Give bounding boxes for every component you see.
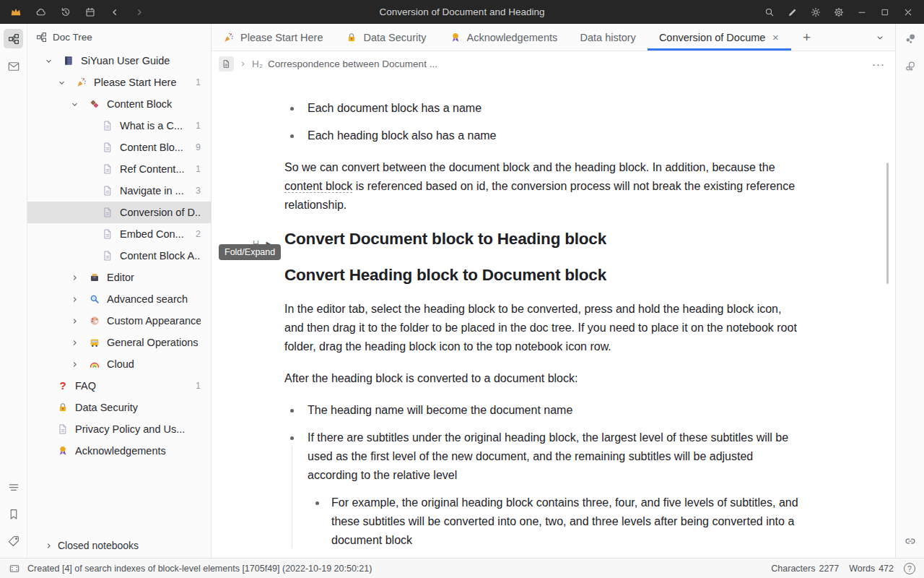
data-history-icon[interactable] [60,7,71,18]
graph-view-icon[interactable] [900,29,920,48]
tab-acknowledgements[interactable]: Acknowledgements [438,24,569,51]
tree-item-content-block[interactable]: Content Block [27,93,211,115]
sync-cloud-icon[interactable] [35,7,47,18]
daily-note-icon[interactable] [84,7,96,18]
tab-data-history[interactable]: Data history [569,24,648,51]
dock-window-icon[interactable] [9,563,20,574]
tree-item-general-operations[interactable]: General Operations [27,332,211,353]
editor-scrollbar[interactable] [886,163,889,284]
tree-item-doc[interactable]: Ref Content... 1 [27,158,211,180]
doc-count: 1 [190,77,201,87]
chevron-right-icon [44,541,53,551]
chevron-right-icon[interactable] [70,338,79,348]
right-dock-bottom [900,531,920,551]
heading-convert-doc-to-heading[interactable]: H₂ ▶ Convert Document block to Heading b… [284,228,801,251]
chevron-right-icon[interactable] [70,295,79,304]
breadcrumb-text[interactable]: Correspondence between Document ... [268,59,437,69]
list-item[interactable]: Each heading block also has a name [284,126,801,145]
backlinks-icon[interactable] [900,531,920,551]
chevron-right-icon[interactable] [70,316,79,326]
document-icon [102,163,113,175]
theme-sun-icon[interactable] [810,7,821,18]
document-icon [102,185,113,197]
tree-item-advanced-search[interactable]: Advanced search [27,288,211,310]
edit-pencil-icon[interactable] [787,7,798,18]
list-item[interactable]: The heading name will become the documen… [284,401,801,420]
doc-count: 1 [190,164,201,174]
tree-item-editor[interactable]: Editor [27,267,211,288]
tab-list-chevron-icon[interactable] [865,24,895,51]
list-item[interactable]: Each document block has a name [284,99,801,118]
document-icon [102,120,113,131]
paragraph[interactable]: So we can convert between the document b… [284,158,801,215]
tree-item-doc[interactable]: What is a C... 1 [27,115,211,137]
tree-item-privacy-policy[interactable]: Privacy Policy and Us... [27,418,211,440]
doc-tree-dock-icon[interactable] [4,29,23,48]
word-count: Words 472 [849,564,894,574]
paragraph[interactable]: After the heading block is converted to … [284,369,801,388]
tag-icon[interactable] [4,531,23,551]
help-icon[interactable]: ? [904,563,915,574]
tab-close-icon[interactable]: × [772,31,780,43]
heading-convert-heading-to-doc[interactable]: Convert Heading block to Document block [284,264,801,287]
breadcrumb-heading-tag: H₂ [252,59,263,69]
outline-icon[interactable] [4,478,23,497]
chevron-down-icon[interactable] [44,56,53,66]
window-title: Conversion of Document and Heading [380,0,545,24]
forward-icon[interactable] [134,7,145,18]
breadcrumb: H₂ Correspondence between Document ... ·… [212,51,895,76]
chevron-down-icon[interactable] [70,100,79,109]
search-icon[interactable] [764,7,775,18]
tab-data-security[interactable]: Data Security [334,24,437,51]
tree-item-doc[interactable]: Content Block A... [27,245,211,267]
content-block-icon [89,98,100,110]
tree-item-faq[interactable]: ? FAQ 1 [27,375,211,397]
rainbow-icon [89,358,100,370]
document-icon [57,423,69,435]
doc-tree-icon [36,32,47,43]
list-item[interactable]: For example, the original heading block … [308,493,801,550]
more-options-icon[interactable]: ··· [872,58,885,70]
doc-count: 3 [190,186,201,196]
breadcrumb-doc-icon[interactable] [219,56,234,72]
chevron-right-icon[interactable] [70,273,79,282]
global-graph-icon[interactable] [900,56,920,76]
back-icon[interactable] [109,7,121,18]
list-item[interactable]: If there are subtitles under the origina… [284,428,801,550]
chevron-down-icon[interactable] [57,78,66,87]
close-icon[interactable] [902,7,914,18]
tab-conversion-active[interactable]: Conversion of Document and Heading × [648,24,791,51]
inbox-icon[interactable] [4,56,23,76]
lock-icon [57,402,69,413]
tree-item-data-security[interactable]: Data Security [27,397,211,418]
chevron-right-icon[interactable] [70,360,79,369]
tree-item-acknowledgements[interactable]: Acknowledgements [27,440,211,462]
tree-item-doc-selected[interactable]: Conversion of D... [27,202,211,223]
tree-item-cloud[interactable]: Cloud [27,353,211,375]
paragraph[interactable]: In the editor tab, select the heading bl… [284,300,801,356]
closed-notebooks-toggle[interactable]: Closed notebooks [27,533,211,558]
document-icon [102,207,113,218]
maximize-icon[interactable] [879,7,891,18]
left-dock-bottom [4,478,23,551]
status-message: Created [4] of search indexes of block-l… [27,564,372,574]
workspace-icon[interactable] [9,6,22,19]
doc-count: 2 [190,229,201,239]
tree-item-notebook[interactable]: SiYuan User Guide [27,50,211,72]
block-ref[interactable]: content block [284,180,352,193]
tree-item-doc[interactable]: Navigate in ... 3 [27,180,211,202]
tree-item-please-start-here[interactable]: Please Start Here 1 [27,72,211,93]
bookmark-icon[interactable] [4,504,23,524]
editor-area: Please Start Here Data Security Acknowle… [212,24,895,558]
new-tab-button[interactable]: + [791,24,823,51]
left-dock [0,24,27,558]
doc-count: 1 [190,121,201,131]
tree-item-custom-appearance[interactable]: Custom Appearance [27,310,211,332]
tree-item-doc[interactable]: Content Blo... 9 [27,137,211,158]
tree-item-doc[interactable]: Embed Con... 2 [27,223,211,245]
settings-gear-icon[interactable] [833,7,845,18]
titlebar: Conversion of Document and Heading [0,0,924,24]
editor-icon [89,272,100,283]
minimize-icon[interactable] [856,7,868,18]
tab-please-start-here[interactable]: Please Start Here [212,24,334,51]
